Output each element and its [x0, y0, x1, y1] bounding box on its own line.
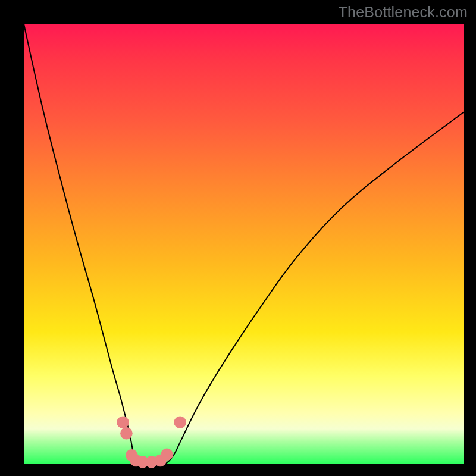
- curve-marker: [120, 427, 133, 440]
- watermark-text: TheBottleneck.com: [339, 4, 468, 21]
- curve-marker: [117, 416, 129, 428]
- curve-marker: [174, 416, 186, 428]
- plot-area: [24, 24, 464, 464]
- curve-markers: [117, 416, 186, 468]
- chart-frame: TheBottleneck.com: [0, 0, 476, 476]
- curve-marker: [161, 448, 173, 461]
- chart-svg: [24, 24, 464, 464]
- bottleneck-curve: [24, 24, 464, 465]
